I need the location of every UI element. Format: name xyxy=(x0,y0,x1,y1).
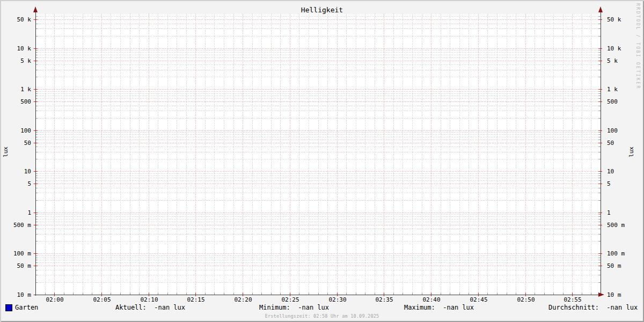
y-axis-unit-right: lux xyxy=(628,141,635,163)
legend-stat-maximum: Maximum: -nan lux xyxy=(404,303,474,312)
legend-stat-aktuell: Aktuell: -nan lux xyxy=(115,303,185,312)
creation-time: Erstellungszeit: 02:58 Uhr am 10.09.2025 xyxy=(0,313,644,319)
legend-swatch-garten xyxy=(5,304,12,311)
legend: Garten Aktuell: -nan lux Minimum: -nan l… xyxy=(0,303,644,312)
legend-stat-minimum: Minimum: -nan lux xyxy=(259,303,329,312)
watermark: RRDTOOL / TOBI OETIKER xyxy=(635,3,640,90)
legend-series-label: Garten xyxy=(15,303,38,312)
rrdtool-graph: Helligkeit RRDTOOL / TOBI OETIKER lux lu… xyxy=(0,0,644,322)
legend-stat-durchschnitt: Durchschnitt: -nan lux xyxy=(548,303,638,312)
plot-area xyxy=(0,0,644,322)
y-axis-unit-left: lux xyxy=(2,141,10,163)
chart-title: Helligkeit xyxy=(0,6,644,14)
